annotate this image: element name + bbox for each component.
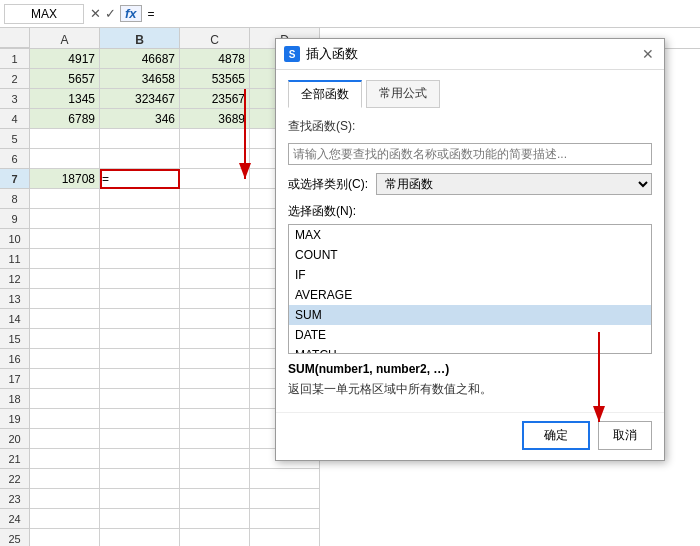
function-list: MAX COUNT IF AVERAGE SUM DATE MATCH IFER… [288,224,652,354]
cell-empty[interactable] [30,249,100,269]
cell-c7[interactable] [180,169,250,189]
cell-a1[interactable]: 4917 [30,49,100,69]
cell-empty[interactable] [100,309,180,329]
cell-empty[interactable] [180,349,250,369]
cell-c6[interactable] [180,149,250,169]
cell-empty[interactable] [180,529,250,546]
ok-button[interactable]: 确定 [522,421,590,450]
cell-empty[interactable] [30,329,100,349]
cell-c5[interactable] [180,129,250,149]
cell-empty[interactable] [100,229,180,249]
cell-empty[interactable] [180,249,250,269]
cell-empty[interactable] [250,509,320,529]
cell-a7[interactable]: 18708 [30,169,100,189]
cell-empty[interactable] [250,529,320,546]
cell-empty[interactable] [180,309,250,329]
cell-empty[interactable] [180,289,250,309]
cell-empty[interactable] [30,429,100,449]
cell-empty[interactable] [100,429,180,449]
cell-a5[interactable] [30,129,100,149]
cancel-icon[interactable]: ✕ [90,6,101,21]
cell-empty[interactable] [30,389,100,409]
fx-button[interactable]: fx [120,5,142,22]
name-box[interactable]: MAX [4,4,84,24]
cell-empty[interactable] [100,449,180,469]
cell-empty[interactable] [100,389,180,409]
cell-b4[interactable]: 346 [100,109,180,129]
cell-empty[interactable] [180,329,250,349]
cell-empty[interactable] [30,309,100,329]
cell-empty[interactable] [250,469,320,489]
cell-empty[interactable] [30,489,100,509]
func-item-sum[interactable]: SUM [289,305,651,325]
cell-empty[interactable] [180,369,250,389]
cell-empty[interactable] [30,289,100,309]
func-item-max[interactable]: MAX [289,225,651,245]
cell-empty[interactable] [100,469,180,489]
tab-all-functions[interactable]: 全部函数 [288,80,362,108]
row-header-20: 20 [0,429,30,449]
confirm-icon[interactable]: ✓ [105,6,116,21]
cell-empty[interactable] [100,529,180,546]
cell-empty[interactable] [180,469,250,489]
cell-empty[interactable] [100,249,180,269]
cell-empty[interactable] [100,349,180,369]
cell-b6[interactable] [100,149,180,169]
cell-empty[interactable] [100,409,180,429]
func-item-count[interactable]: COUNT [289,245,651,265]
func-item-if[interactable]: IF [289,265,651,285]
cell-b1[interactable]: 46687 [100,49,180,69]
tab-common-formulas[interactable]: 常用公式 [366,80,440,108]
cancel-button[interactable]: 取消 [598,421,652,450]
cell-empty[interactable] [30,509,100,529]
cell-c1[interactable]: 4878 [180,49,250,69]
cell-empty[interactable] [100,189,180,209]
cell-empty[interactable] [100,329,180,349]
cell-empty[interactable] [30,209,100,229]
cell-c4[interactable]: 3689 [180,109,250,129]
cell-empty[interactable] [30,269,100,289]
cell-empty[interactable] [30,409,100,429]
cell-empty[interactable] [180,429,250,449]
cell-empty[interactable] [250,489,320,509]
cell-b7[interactable]: = [100,169,180,189]
cell-a3[interactable]: 1345 [30,89,100,109]
cell-empty[interactable] [180,489,250,509]
cell-a4[interactable]: 6789 [30,109,100,129]
cell-empty[interactable] [180,209,250,229]
cell-a2[interactable]: 5657 [30,69,100,89]
cell-empty[interactable] [100,369,180,389]
cell-empty[interactable] [100,269,180,289]
cell-empty[interactable] [30,189,100,209]
cell-empty[interactable] [100,489,180,509]
cell-b3[interactable]: 323467 [100,89,180,109]
func-item-match[interactable]: MATCH [289,345,651,354]
cell-c3[interactable]: 23567 [180,89,250,109]
cell-a6[interactable] [30,149,100,169]
cell-empty[interactable] [100,509,180,529]
cell-empty[interactable] [180,389,250,409]
search-input[interactable] [288,143,652,165]
cell-empty[interactable] [180,449,250,469]
func-item-date[interactable]: DATE [289,325,651,345]
cell-empty[interactable] [100,289,180,309]
cell-c2[interactable]: 53565 [180,69,250,89]
cell-empty[interactable] [30,369,100,389]
cell-empty[interactable] [30,529,100,546]
cell-empty[interactable] [180,409,250,429]
cell-empty[interactable] [180,229,250,249]
cell-empty[interactable] [30,449,100,469]
cell-empty[interactable] [180,269,250,289]
cell-empty[interactable] [100,209,180,229]
cell-empty[interactable] [30,349,100,369]
func-item-average[interactable]: AVERAGE [289,285,651,305]
func-description: 返回某一单元格区域中所有数值之和。 [288,380,652,398]
cell-empty[interactable] [180,509,250,529]
cell-b2[interactable]: 34658 [100,69,180,89]
cell-empty[interactable] [30,229,100,249]
cell-b5[interactable] [100,129,180,149]
category-select[interactable]: 常用函数 [376,173,652,195]
cell-empty[interactable] [30,469,100,489]
dialog-close-button[interactable]: ✕ [640,46,656,62]
cell-empty[interactable] [180,189,250,209]
